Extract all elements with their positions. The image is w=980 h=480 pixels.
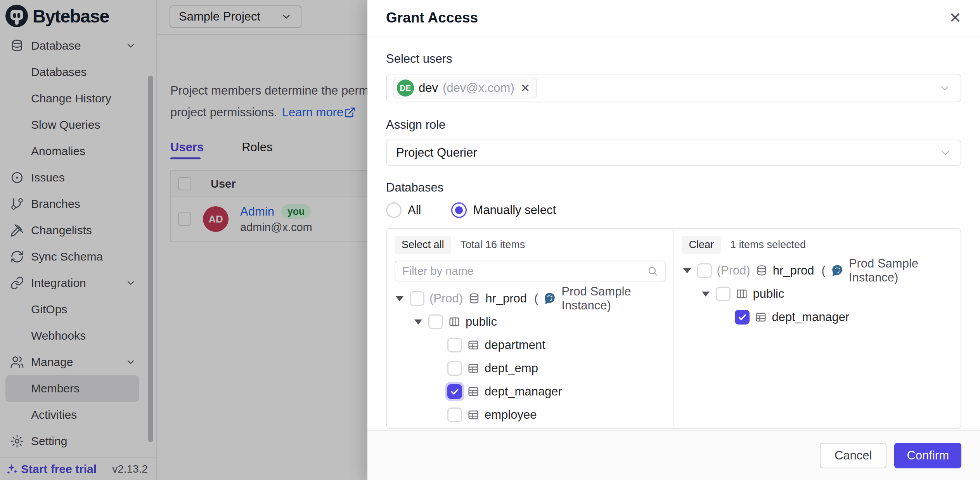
source-tree: (Prod) hr_prod ( Prod Sample Instance) bbox=[395, 287, 666, 426]
checkbox-checked[interactable] bbox=[735, 310, 750, 325]
transfer-selected-pane: Clear 1 items selected (Prod) hr_prod bbox=[674, 229, 961, 428]
select-users-label: Select users bbox=[386, 52, 961, 66]
assign-role-select[interactable]: Project Querier bbox=[386, 140, 961, 166]
confirm-button[interactable]: Confirm bbox=[894, 443, 961, 468]
checkbox[interactable] bbox=[716, 287, 731, 301]
chevron-down-icon bbox=[939, 82, 951, 94]
chip-remove-icon[interactable]: ✕ bbox=[521, 81, 530, 95]
tree-item-public[interactable]: public bbox=[682, 282, 953, 306]
modal-body: Select users DE dev (dev@x.com) ✕ Assign… bbox=[367, 36, 980, 429]
select-all-button[interactable]: Select all bbox=[395, 236, 451, 254]
modal-footer: Cancel Confirm bbox=[367, 430, 980, 480]
checkbox[interactable] bbox=[447, 361, 462, 376]
close-icon[interactable]: ✕ bbox=[949, 10, 961, 25]
tree-item-hr-prod[interactable]: (Prod) hr_prod ( Prod Sample Instance) bbox=[395, 287, 666, 310]
schema-icon bbox=[448, 316, 461, 328]
checkbox[interactable] bbox=[428, 314, 443, 329]
clear-button[interactable]: Clear bbox=[682, 236, 721, 254]
transfer-source-pane: Select all Total 16 items (Prod) bbox=[387, 229, 674, 428]
table-icon bbox=[467, 339, 480, 351]
caret-down-icon[interactable] bbox=[395, 296, 405, 301]
tree-item-employee[interactable]: employee bbox=[395, 403, 666, 426]
selected-tree: (Prod) hr_prod ( Prod Sample Instance) bbox=[682, 259, 953, 329]
radio-icon bbox=[386, 202, 402, 218]
checkbox[interactable] bbox=[447, 338, 462, 352]
radio-selected-icon bbox=[451, 202, 467, 218]
tree-item-dept-manager[interactable]: dept_manager bbox=[682, 306, 953, 329]
table-icon bbox=[467, 385, 480, 398]
dim-overlay bbox=[0, 0, 367, 480]
checkbox[interactable] bbox=[697, 263, 712, 278]
postgresql-icon bbox=[831, 264, 844, 277]
tree-item-hr-prod[interactable]: (Prod) hr_prod ( Prod Sample Instance) bbox=[682, 259, 953, 282]
tree-item-department[interactable]: department bbox=[395, 333, 666, 357]
cancel-button[interactable]: Cancel bbox=[820, 443, 887, 468]
caret-down-icon[interactable] bbox=[413, 319, 423, 325]
database-icon bbox=[468, 292, 480, 305]
user-select-input[interactable]: DE dev (dev@x.com) ✕ bbox=[386, 74, 961, 102]
search-icon bbox=[647, 266, 658, 276]
grant-access-modal: Grant Access ✕ Select users DE dev (dev@… bbox=[367, 0, 980, 480]
database-scope-radios: All Manually select bbox=[386, 202, 961, 218]
selected-user-chip: DE dev (dev@x.com) ✕ bbox=[393, 78, 537, 98]
radio-manually-select[interactable]: Manually select bbox=[451, 202, 556, 218]
chip-avatar: DE bbox=[397, 79, 414, 97]
radio-all[interactable]: All bbox=[386, 202, 421, 218]
tree-item-dept-emp[interactable]: dept_emp bbox=[395, 357, 666, 380]
filter-input[interactable] bbox=[402, 265, 647, 278]
app-window: Bytebase Database Databases Change Histo… bbox=[0, 0, 980, 480]
database-transfer-panel: Select all Total 16 items (Prod) bbox=[386, 228, 961, 429]
selected-count-label: 1 items selected bbox=[730, 239, 806, 251]
databases-label: Databases bbox=[386, 181, 961, 195]
total-count-label: Total 16 items bbox=[461, 239, 525, 251]
checkbox-checked[interactable] bbox=[447, 384, 462, 399]
checkbox[interactable] bbox=[447, 407, 462, 422]
table-icon bbox=[755, 311, 767, 323]
chevron-down-icon bbox=[940, 147, 951, 159]
schema-icon bbox=[736, 288, 748, 300]
tree-item-public[interactable]: public bbox=[395, 310, 666, 333]
checkbox[interactable] bbox=[410, 291, 424, 306]
assign-role-label: Assign role bbox=[386, 118, 961, 132]
caret-down-icon[interactable] bbox=[701, 292, 711, 297]
modal-header: Grant Access ✕ bbox=[367, 0, 980, 36]
tree-item-dept-manager[interactable]: dept_manager bbox=[395, 380, 666, 403]
table-icon bbox=[467, 362, 480, 375]
postgresql-icon bbox=[543, 292, 556, 305]
filter-field[interactable] bbox=[395, 261, 666, 281]
database-icon bbox=[755, 264, 768, 277]
caret-down-icon[interactable] bbox=[682, 268, 692, 273]
modal-title: Grant Access bbox=[386, 10, 478, 26]
table-icon bbox=[467, 409, 480, 421]
